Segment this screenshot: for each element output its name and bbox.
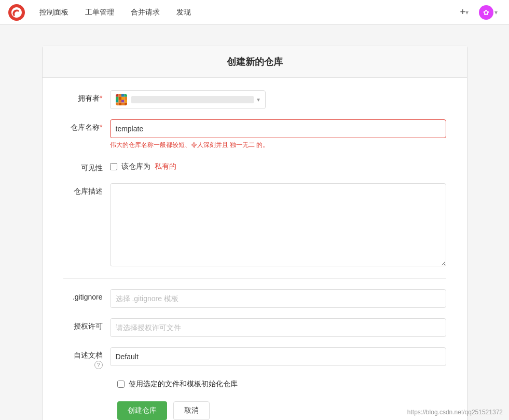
owner-row: 拥有者* ▾ xyxy=(63,90,446,109)
repo-name-control: 伟大的仓库名称一般都较短、令人深刻并且 独一无二 的。 xyxy=(110,119,446,150)
cancel-button[interactable]: 取消 xyxy=(173,401,210,420)
repo-name-input[interactable] xyxy=(110,119,446,138)
gitignore-control xyxy=(110,289,446,308)
divider xyxy=(63,278,446,279)
repo-desc-control xyxy=(110,183,446,268)
owner-chevron-icon: ▾ xyxy=(257,96,260,103)
repo-desc-row: 仓库描述 xyxy=(63,183,446,268)
visibility-row: 可见性 该仓库为 私有的 xyxy=(63,160,446,173)
plus-button[interactable]: + ▾ xyxy=(457,5,472,20)
init-checkbox[interactable] xyxy=(117,381,125,388)
nav-dashboard[interactable]: 控制面板 xyxy=(33,0,75,25)
gitignore-input[interactable] xyxy=(110,289,446,308)
repo-desc-label: 仓库描述 xyxy=(63,183,110,196)
repo-name-label: 仓库名称* xyxy=(63,119,110,132)
license-row: 授权许可 xyxy=(63,318,446,337)
nav-explore[interactable]: 发现 xyxy=(170,0,197,25)
owner-select[interactable]: ▾ xyxy=(110,90,266,109)
owner-control: ▾ xyxy=(110,90,446,109)
nav-ticket[interactable]: 工单管理 xyxy=(79,0,120,25)
visibility-options: 该仓库为 私有的 xyxy=(110,160,446,171)
readme-help-icon[interactable]: ? xyxy=(94,361,103,369)
logo[interactable] xyxy=(8,4,25,21)
navbar: 控制面板 工单管理 合并请求 发现 + ▾ ✿ ▾ xyxy=(0,0,509,25)
visibility-checkbox[interactable] xyxy=(110,163,117,170)
footer-link: https://blog.csdn.net/qq251521372 xyxy=(407,409,503,416)
form-buttons: 创建仓库 取消 xyxy=(117,401,446,420)
create-button[interactable]: 创建仓库 xyxy=(117,401,167,420)
owner-label: 拥有者* xyxy=(63,90,110,103)
plus-chevron-icon: ▾ xyxy=(465,9,469,16)
license-label: 授权许可 xyxy=(63,318,110,331)
visibility-text: 该仓库为 xyxy=(121,162,150,171)
main-nav: 控制面板 工单管理 合并请求 发现 xyxy=(33,0,457,25)
readme-row: 自述文档 ? xyxy=(63,347,446,369)
user-avatar-button[interactable]: ✿ ▾ xyxy=(476,3,501,22)
main-content: 创建新的仓库 拥有者* ▾ xyxy=(0,25,509,420)
gitignore-row: .gitignore xyxy=(63,289,446,308)
repo-desc-textarea[interactable] xyxy=(110,183,446,266)
card-title: 创建新的仓库 xyxy=(43,46,467,78)
readme-label: 自述文档 ? xyxy=(63,347,110,369)
init-row: 使用选定的文件和模板初始化仓库 xyxy=(117,380,446,389)
visibility-label: 可见性 xyxy=(63,160,110,173)
create-repo-card: 创建新的仓库 拥有者* ▾ xyxy=(42,46,467,420)
init-text: 使用选定的文件和模板初始化仓库 xyxy=(129,380,238,389)
gear-icon: ✿ xyxy=(483,8,489,17)
readme-control xyxy=(110,347,446,366)
owner-name-text xyxy=(131,96,254,103)
gitignore-label: .gitignore xyxy=(63,289,110,301)
user-avatar: ✿ xyxy=(479,5,493,20)
plus-icon: + xyxy=(460,7,465,18)
card-body: 拥有者* ▾ 仓库名称* xyxy=(43,78,467,420)
visibility-control: 该仓库为 私有的 xyxy=(110,160,446,171)
readme-input[interactable] xyxy=(110,347,446,366)
navbar-actions: + ▾ ✿ ▾ xyxy=(457,3,501,22)
owner-avatar xyxy=(116,94,127,105)
repo-name-row: 仓库名称* 伟大的仓库名称一般都较短、令人深刻并且 独一无二 的。 xyxy=(63,119,446,150)
repo-name-hint: 伟大的仓库名称一般都较短、令人深刻并且 独一无二 的。 xyxy=(110,141,446,150)
nav-merge[interactable]: 合并请求 xyxy=(125,0,166,25)
license-input[interactable] xyxy=(110,318,446,337)
visibility-private-link[interactable]: 私有的 xyxy=(155,162,176,171)
license-control xyxy=(110,318,446,337)
user-chevron-icon: ▾ xyxy=(494,9,498,16)
